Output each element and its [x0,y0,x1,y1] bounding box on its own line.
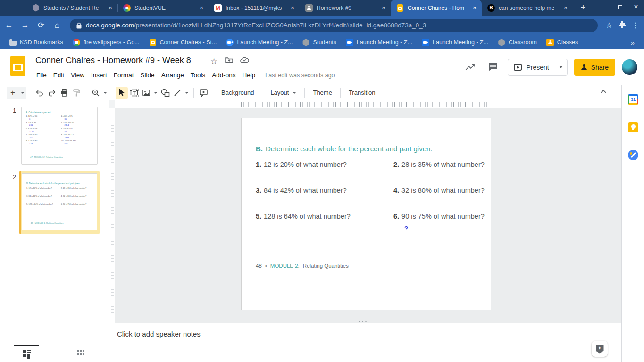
bookmark-star-icon[interactable]: ☆ [602,21,616,30]
menu-insert[interactable]: Insert [88,70,110,80]
cloud-saved-icon[interactable] [240,57,249,65]
share-button[interactable]: Share [574,59,615,76]
extensions-puzzle-icon[interactable] [616,21,629,30]
homework-favicon-icon [305,4,313,12]
thumb-a: 30 [65,118,95,120]
bookmark-conner-chaires[interactable]: Conner Chaires - St... [146,38,220,47]
insert-comment-button[interactable] [197,87,209,99]
speaker-notes-placeholder[interactable]: Click to add speaker notes [117,330,201,338]
new-slide-button[interactable]: + [7,87,19,99]
image-dropdown[interactable] [152,87,159,99]
tab-close-icon[interactable]: × [288,4,297,12]
undo-button[interactable] [33,87,46,99]
insert-line-button[interactable] [171,87,184,99]
bookmark-fire-wallpapers[interactable]: fire wallpapers - Go... [70,38,142,47]
browser-menu-kebab-icon[interactable]: ⋮ [629,21,642,30]
tab-close-icon[interactable]: × [197,4,206,12]
restore-button[interactable] [612,0,628,14]
tab-close-icon[interactable]: × [379,4,388,12]
bookmark-meet-2[interactable]: Launch Meeting - Z... [419,38,491,47]
ruler-corner [109,100,115,108]
background-button[interactable]: Background [217,87,259,98]
transition-button[interactable]: Transition [344,87,380,98]
text-box-button[interactable] [128,87,140,99]
menu-view[interactable]: View [67,70,88,80]
move-to-folder-icon[interactable] [225,57,233,65]
tab-close-icon[interactable]: × [106,4,115,12]
activity-trending-icon[interactable] [462,59,478,75]
tab-gmail-inbox[interactable]: Inbox - 151181@myks × [209,0,300,16]
slide-canvas-area[interactable]: B.Determine each whole for the percent a… [115,108,621,323]
comment-history-icon[interactable] [485,59,501,75]
print-button[interactable] [58,87,70,99]
menu-addons[interactable]: Add-ons [209,70,239,80]
new-tab-button[interactable]: + [577,1,590,14]
insert-shape-button[interactable] [159,87,171,99]
insert-image-button[interactable] [140,87,152,99]
menu-help[interactable]: Help [239,70,259,80]
thumb-q: 5. 62% of 18 [26,127,59,130]
document-title[interactable]: Conner Chaires - Homework #9 - Week 8 [35,56,191,66]
present-dropdown-button[interactable] [555,59,567,75]
toolbar-collapse-button[interactable] [602,88,611,98]
forward-button[interactable]: → [18,18,32,33]
bookmark-classroom[interactable]: Classroom [495,38,540,47]
star-document-icon[interactable]: ☆ [210,57,217,66]
tasks-icon[interactable] [628,150,638,160]
line-dropdown[interactable] [184,87,190,99]
present-button[interactable]: Present [508,59,554,75]
slide-2-thumbnail[interactable]: B. Determine each whole for the percent … [22,173,97,230]
menu-file[interactable]: File [33,70,50,80]
new-slide-dropdown[interactable] [19,87,26,99]
tab-studentvue[interactable]: StudentVUE × [117,0,209,16]
tab-students[interactable]: Students / Student Re × [26,0,117,16]
tab-close-icon[interactable]: × [561,4,570,12]
bookmark-classes[interactable]: Classes [544,38,581,47]
bookmark-ksd-folder[interactable]: KSD Bookmarks [7,38,66,47]
minimize-button[interactable]: – [596,0,612,14]
speaker-notes-panel[interactable]: Click to add speaker notes [109,323,621,345]
back-button[interactable]: ← [2,18,16,33]
url-omnibox[interactable]: docs.google.com/presentation/d/1oozMLLdN… [70,19,598,32]
tab-slides-active[interactable]: Conner Chaires - Hom × [391,0,482,16]
zoom-dropdown[interactable] [102,87,109,99]
menu-arrange[interactable]: Arrange [158,70,187,80]
bookmarks-overflow-chevron[interactable]: » [631,39,637,47]
last-edit-status[interactable]: Last edit was seconds ago [265,72,335,79]
menu-format[interactable]: Format [110,70,137,80]
tab-brainly[interactable]: can someone help me × [482,0,573,16]
grid-view-button[interactable] [76,349,86,358]
keep-notes-icon[interactable] [628,122,638,132]
select-tool-button[interactable] [116,87,128,99]
menu-edit[interactable]: Edit [50,70,67,80]
bookmark-meet-1[interactable]: Launch Meeting - Z... [343,38,415,47]
problem-3: 3.84 is 42% of what number? [256,187,347,194]
close-window-button[interactable]: × [628,0,644,14]
explore-button[interactable]: ✦ [592,341,608,357]
menu-tools[interactable]: Tools [187,70,209,80]
bookmark-students[interactable]: Students [300,38,339,47]
tab-close-icon[interactable]: × [470,4,479,12]
typed-answer-text[interactable]: ? [404,225,408,232]
bookmark-label: fire wallpapers - Go... [84,39,140,46]
slide-1-thumbnail[interactable]: A. Calculate each percent. 1. 12% of 506… [21,107,98,165]
bookmark-zoom-meeting[interactable]: Launch Meeting - Z... [223,38,295,47]
menu-slide[interactable]: Slide [137,70,158,80]
user-avatar[interactable] [622,59,637,75]
home-button[interactable]: ⌂ [50,18,64,33]
thumb-problems: 1. 12% of 506 2. 40% of 7530 3. 7% of 36… [26,115,94,145]
calendar-icon[interactable] [628,94,638,105]
layout-button[interactable]: Layout [266,87,301,98]
tab-homework[interactable]: Homework #9 × [300,0,391,16]
zoom-button[interactable] [90,87,102,99]
paint-format-button[interactable] [70,87,83,99]
bookmark-label: KSD Bookmarks [20,39,63,46]
current-slide[interactable]: B.Determine each whole for the percent a… [241,118,491,310]
slides-logo-icon[interactable] [10,56,25,76]
notes-resize-handle[interactable] [359,321,367,322]
filmstrip-view-button[interactable] [23,349,32,358]
reload-button[interactable]: ⟳ [34,18,48,33]
thumb-q: 2. 28 is 35% of what number? [61,187,94,189]
redo-button[interactable] [46,87,58,99]
theme-button[interactable]: Theme [308,87,336,98]
